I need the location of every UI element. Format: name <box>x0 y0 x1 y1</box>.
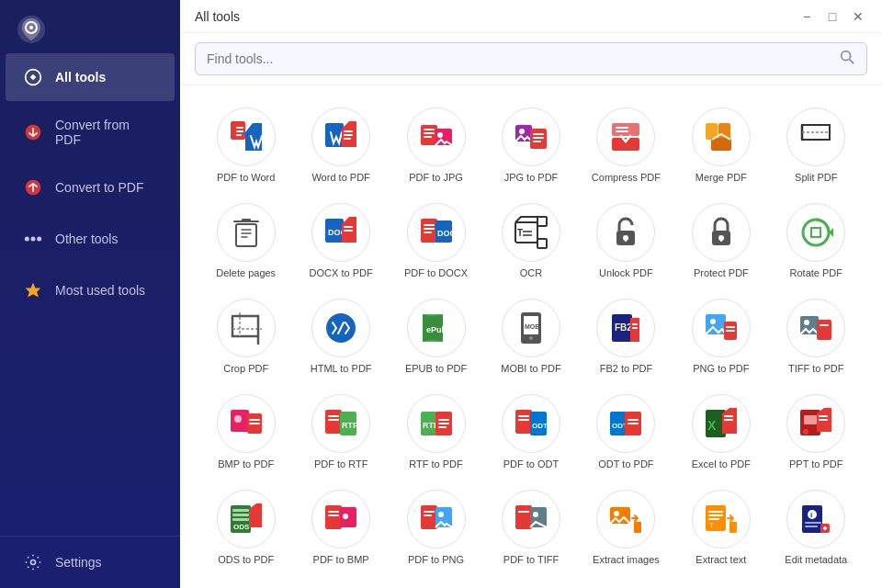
tool-icon-pdf-to-tiff <box>502 490 560 548</box>
sidebar-item-other-tools[interactable]: Other tools <box>6 215 175 263</box>
tool-icon-protect-pdf <box>692 203 751 262</box>
tool-item-compress-pdf[interactable]: Compress PDF <box>579 100 673 192</box>
tool-label-epub-to-pdf: EPUB to PDF <box>405 363 467 375</box>
titlebar: All tools − □ ✕ <box>180 0 882 33</box>
tool-icon-merge-pdf <box>692 107 751 166</box>
tool-item-split-pdf[interactable]: Split PDF <box>769 100 864 192</box>
tool-item-ods-to-pdf[interactable]: ODS ODS to PDF <box>198 482 293 574</box>
tool-item-odt-to-pdf[interactable]: ODT ODT to PDF <box>579 387 673 479</box>
tool-item-crop-pdf[interactable]: Crop PDF <box>198 291 293 383</box>
tool-item-mobi-to-pdf[interactable]: MOBI MOBI to PDF <box>483 291 578 383</box>
svg-rect-117 <box>438 419 449 421</box>
tool-item-tiff-to-pdf[interactable]: TIFF to PDF <box>769 291 864 383</box>
tool-label-mobi-to-pdf: MOBI to PDF <box>501 363 560 375</box>
search-input[interactable] <box>207 51 839 66</box>
sidebar-item-convert-to-pdf[interactable]: Convert to PDF <box>6 164 175 211</box>
tool-item-docx-to-pdf[interactable]: DOCX DOCX to PDF <box>293 196 388 288</box>
tool-item-jpg-to-pdf[interactable]: JPG to PDF <box>483 100 578 192</box>
tool-item-fb2-to-pdf[interactable]: FB2 FB2 to PDF <box>579 291 673 383</box>
tool-label-excel-to-pdf: Excel to PDF <box>692 458 751 470</box>
svg-rect-162 <box>708 511 723 513</box>
svg-rect-103 <box>820 324 829 326</box>
tool-item-edit-metadata[interactable]: i Edit metadata <box>769 482 864 574</box>
tool-label-crop-pdf: Crop PDF <box>223 363 268 375</box>
svg-rect-144 <box>325 505 342 529</box>
tool-item-delete-pages[interactable]: Delete pages <box>198 196 293 288</box>
tool-label-pdf-to-jpg: PDF to JPG <box>409 172 463 184</box>
tool-item-pdf-to-jpg[interactable]: PDF to JPG <box>389 100 483 192</box>
tool-item-bmp-to-pdf[interactable]: BMP to PDF <box>198 387 293 479</box>
tool-item-html-to-pdf[interactable]: HTML to PDF <box>293 291 388 383</box>
tool-label-word-to-pdf: Word to PDF <box>311 172 369 184</box>
svg-rect-58 <box>424 224 435 226</box>
svg-rect-160 <box>634 522 641 533</box>
svg-rect-119 <box>438 426 447 428</box>
svg-point-10 <box>31 560 36 565</box>
svg-text:T: T <box>517 228 523 238</box>
svg-rect-30 <box>533 133 544 135</box>
svg-rect-47 <box>236 224 256 246</box>
svg-rect-132 <box>724 415 733 417</box>
tool-item-pdf-to-rtf[interactable]: RTF PDF to RTF <box>293 387 388 479</box>
window-title: All tools <box>195 9 240 24</box>
svg-rect-38 <box>718 123 730 140</box>
tool-item-ocr[interactable]: T OCR <box>483 196 578 288</box>
svg-point-136 <box>803 429 808 435</box>
sidebar: All tools Convert from PDF Convert to PD… <box>0 0 180 588</box>
tool-item-pdf-to-docx[interactable]: DOCX PDF to DOCX <box>389 196 483 288</box>
svg-point-11 <box>842 51 851 61</box>
svg-rect-22 <box>424 129 435 130</box>
svg-rect-109 <box>325 410 342 434</box>
tool-item-ppt-to-pdf[interactable]: PPT to PDF <box>769 387 864 479</box>
sidebar-item-convert-from-pdf[interactable]: Convert from PDF <box>6 105 175 160</box>
tool-icon-unlock-pdf <box>596 203 655 262</box>
svg-point-8 <box>37 237 41 242</box>
svg-rect-49 <box>242 219 251 222</box>
svg-rect-14 <box>236 127 243 129</box>
convert-from-pdf-icon <box>22 121 44 143</box>
tool-item-epub-to-pdf[interactable]: ePub EPUB to PDF <box>389 291 483 383</box>
tool-item-excel-to-pdf[interactable]: X Excel to PDF <box>673 387 768 479</box>
svg-rect-57 <box>421 219 437 243</box>
tool-icon-rtf-to-pdf: RTF <box>407 394 466 453</box>
tool-label-pdf-to-word: PDF to Word <box>217 172 275 184</box>
svg-rect-66 <box>537 239 547 248</box>
tool-item-png-to-pdf[interactable]: PNG to PDF <box>673 291 768 383</box>
tool-item-rtf-to-pdf[interactable]: RTF RTF to PDF <box>389 387 483 479</box>
sidebar-label-convert-to-pdf: Convert to PDF <box>55 180 143 195</box>
tool-label-protect-pdf: Protect PDF <box>694 267 749 279</box>
tool-item-protect-pdf[interactable]: Protect PDF <box>673 196 768 288</box>
svg-rect-34 <box>612 123 639 136</box>
minimize-button[interactable]: − <box>797 7 816 26</box>
tool-item-extract-images[interactable]: Extract images <box>579 482 673 574</box>
tool-label-rtf-to-pdf: RTF to PDF <box>409 458 462 470</box>
tool-item-pdf-to-word[interactable]: PDF to Word <box>198 100 293 192</box>
tool-icon-pdf-to-png <box>407 490 466 548</box>
tool-icon-pdf-to-rtf: RTF <box>311 394 370 453</box>
convert-to-pdf-icon <box>22 176 44 198</box>
tool-item-rotate-pdf[interactable]: Rotate PDF <box>769 196 864 288</box>
tool-item-extract-text[interactable]: T Extract text <box>673 482 768 574</box>
tool-icon-png-to-pdf <box>692 299 751 357</box>
tool-item-unlock-pdf[interactable]: Unlock PDF <box>579 196 673 288</box>
tool-item-pdf-to-odt[interactable]: ODT PDF to ODT <box>483 387 578 479</box>
close-button[interactable]: ✕ <box>849 7 867 26</box>
svg-rect-55 <box>344 226 353 228</box>
tool-item-merge-pdf[interactable]: Merge PDF <box>673 100 768 192</box>
tool-item-pdf-to-bmp[interactable]: PDF to BMP <box>293 482 388 574</box>
svg-rect-122 <box>518 419 529 421</box>
tool-item-pdf-to-tiff[interactable]: PDF to TIFF <box>483 482 578 574</box>
maximize-button[interactable]: □ <box>823 7 842 26</box>
tool-icon-pdf-to-jpg <box>407 107 466 166</box>
svg-text:ODS: ODS <box>233 523 250 531</box>
tool-item-pdf-to-png[interactable]: PDF to PNG <box>389 482 483 574</box>
tool-icon-edit-metadata: i <box>786 490 845 548</box>
tool-item-word-to-pdf[interactable]: Word to PDF <box>293 100 388 192</box>
sidebar-item-most-used-tools[interactable]: Most used tools <box>6 266 175 314</box>
sidebar-label-most-used-tools: Most used tools <box>55 283 145 298</box>
sidebar-item-settings[interactable]: Settings <box>6 538 175 586</box>
sidebar-item-all-tools[interactable]: All tools <box>6 53 175 101</box>
tool-icon-ods-to-pdf: ODS <box>217 490 276 548</box>
tool-label-ppt-to-pdf: PPT to PDF <box>789 458 842 470</box>
svg-rect-18 <box>344 130 353 132</box>
